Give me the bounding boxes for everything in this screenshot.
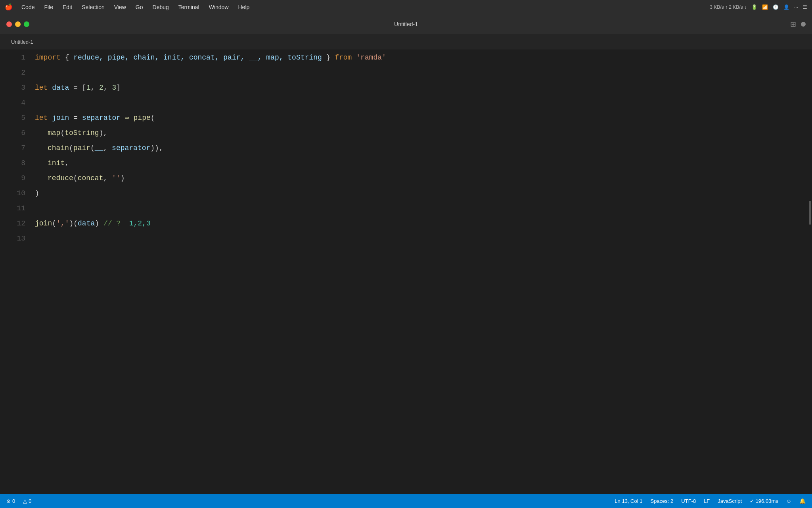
code-line-6: map ( toString ), [35, 125, 807, 140]
smiley-icon[interactable]: ☺ [786, 498, 791, 504]
code-line-4 [35, 95, 807, 110]
menu-view[interactable]: View [110, 2, 130, 12]
close-button[interactable] [6, 21, 12, 27]
code-line-13 [35, 231, 807, 246]
user-icon: 👤 [783, 4, 789, 10]
menu-bar: 🍎 Code File Edit Selection View Go Debug… [0, 0, 812, 14]
code-line-1: import { reduce, pipe, chain, init, conc… [35, 50, 807, 65]
wifi-icon: 📶 [762, 4, 768, 10]
maximize-button[interactable] [24, 21, 29, 27]
line-num-5: 5 [0, 110, 25, 125]
line-num-2: 2 [0, 65, 25, 80]
split-editor-icon[interactable]: ⊞ [790, 20, 796, 29]
error-icon: ⊗ [6, 498, 11, 504]
warning-count[interactable]: △ 0 [23, 498, 31, 504]
language-mode[interactable]: JavaScript [718, 498, 742, 504]
code-line-8: init , [35, 156, 807, 171]
network-status: 3 KB/s ↑ 2 KB/s ↓ [710, 4, 747, 10]
code-line-9: reduce ( concat , '' ) [35, 171, 807, 186]
status-bar: ⊗ 0 △ 0 Ln 13, Col 1 Spaces: 2 UTF-8 LF … [0, 494, 812, 508]
code-line-12: join ( ',' )( data ) // ? 1,2,3 [35, 216, 807, 231]
editor-tab[interactable]: Untitled-1 [6, 37, 38, 47]
clock-icon: 🕐 [773, 4, 779, 10]
code-line-10: ) [35, 186, 807, 201]
error-count[interactable]: ⊗ 0 [6, 498, 15, 504]
menu-right-area: 3 KB/s ↑ 2 KB/s ↓ 🔋 📶 🕐 👤 ··· ☰ [710, 4, 807, 10]
scrollbar[interactable] [807, 50, 812, 494]
editor-content[interactable]: import { reduce, pipe, chain, init, conc… [32, 50, 807, 494]
dot-icon[interactable] [801, 22, 806, 27]
title-actions: ⊞ [790, 20, 806, 29]
encoding[interactable]: UTF-8 [681, 498, 696, 504]
menu-code[interactable]: Code [17, 2, 38, 12]
list-icon: ☰ [803, 4, 807, 10]
cursor-position[interactable]: Ln 13, Col 1 [615, 498, 642, 504]
menu-debug[interactable]: Debug [149, 2, 173, 12]
apple-menu[interactable]: 🍎 [5, 3, 13, 11]
menu-go[interactable]: Go [132, 2, 147, 12]
menu-selection[interactable]: Selection [78, 2, 109, 12]
line-num-8: 8 [0, 156, 25, 171]
kw-import: import [35, 50, 61, 65]
minimize-button[interactable] [15, 21, 21, 27]
line-num-7: 7 [0, 140, 25, 156]
line-numbers: 1 2 3 4 5 6 7 8 9 10 11 12 13 [0, 50, 32, 494]
tab-bar: Untitled-1 [0, 34, 812, 50]
line-num-4: 4 [0, 95, 25, 110]
title-bar: Untitled-1 ⊞ [0, 14, 812, 34]
traffic-lights [6, 21, 29, 27]
code-line-7: chain ( pair ( __ , separator )), [35, 140, 807, 156]
window-title: Untitled-1 [394, 21, 418, 27]
code-line-5: let join = separator ⇒ pipe ( [35, 110, 807, 125]
line-num-3: 3 [0, 80, 25, 95]
eol[interactable]: LF [704, 498, 710, 504]
indentation[interactable]: Spaces: 2 [650, 498, 673, 504]
line-num-11: 11 [0, 201, 25, 216]
line-num-6: 6 [0, 125, 25, 140]
code-line-3: let data = [ 1 , 2 , 3 ] [35, 80, 807, 95]
scrollbar-thumb[interactable] [809, 201, 811, 225]
menu-help[interactable]: Help [234, 2, 254, 12]
battery-icon: 🔋 [751, 4, 757, 10]
warning-icon: △ [23, 498, 27, 504]
line-num-12: 12 [0, 216, 25, 231]
code-line-2 [35, 65, 807, 80]
timing: ✓ 196.03ms [750, 498, 778, 504]
extras-icon: ··· [794, 4, 798, 10]
line-num-10: 10 [0, 186, 25, 201]
editor-container: 1 2 3 4 5 6 7 8 9 10 11 12 13 import { r… [0, 50, 812, 494]
code-line-11 [35, 201, 807, 216]
menu-edit[interactable]: Edit [59, 2, 76, 12]
menu-file[interactable]: File [40, 2, 57, 12]
line-num-9: 9 [0, 171, 25, 186]
menu-window[interactable]: Window [205, 2, 233, 12]
menu-terminal[interactable]: Terminal [174, 2, 203, 12]
bell-icon[interactable]: 🔔 [799, 498, 806, 504]
line-num-1: 1 [0, 50, 25, 65]
line-num-13: 13 [0, 231, 25, 246]
